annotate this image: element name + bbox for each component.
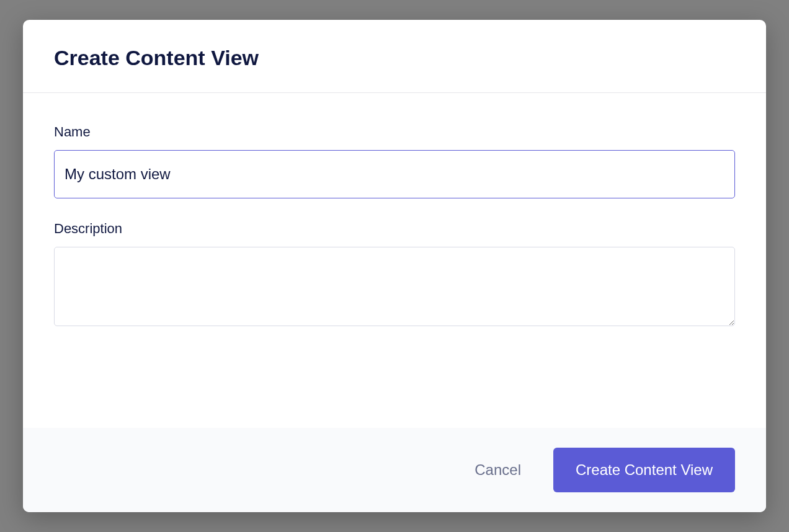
modal-body: Name Description: [23, 93, 766, 428]
name-input[interactable]: [54, 150, 735, 198]
modal-title: Create Content View: [54, 46, 735, 70]
modal-header: Create Content View: [23, 20, 766, 93]
modal-footer: Cancel Create Content View: [23, 428, 766, 512]
description-textarea[interactable]: [54, 247, 735, 326]
description-label: Description: [54, 221, 735, 237]
name-field-group: Name: [54, 124, 735, 198]
description-field-group: Description: [54, 221, 735, 329]
create-content-view-button[interactable]: Create Content View: [553, 448, 735, 492]
name-label: Name: [54, 124, 735, 140]
cancel-button[interactable]: Cancel: [467, 450, 528, 490]
create-content-view-modal: Create Content View Name Description Can…: [23, 20, 766, 512]
